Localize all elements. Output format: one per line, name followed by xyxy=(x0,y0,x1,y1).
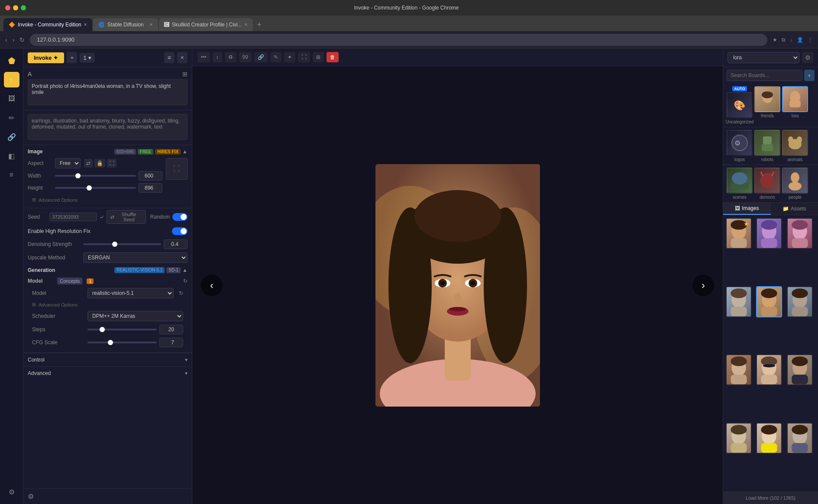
board-animals[interactable]: animals xyxy=(782,130,808,162)
seed-random-icon[interactable]: ⤾ xyxy=(100,214,104,220)
extensions-icon[interactable]: ⧉ xyxy=(782,37,786,43)
gallery-item-1[interactable]: ★ xyxy=(726,218,752,249)
sidebar-btn-brush[interactable]: ✏ xyxy=(4,110,19,126)
gallery-item-6[interactable] xyxy=(787,286,813,317)
board-friends[interactable]: friends xyxy=(754,86,780,124)
sidebar-btn-generate[interactable]: ⚡ xyxy=(4,72,19,87)
cfg-input[interactable] xyxy=(159,338,183,347)
toolbar-delete-btn[interactable]: 🗑 xyxy=(327,52,339,62)
toolbar-star-btn[interactable]: ✦ xyxy=(284,52,295,62)
board-auto[interactable]: AUTO 🎨 Uncategorized xyxy=(727,86,753,124)
tab-close-invoke[interactable]: × xyxy=(84,22,87,28)
invoke-close-btn[interactable]: × xyxy=(177,52,188,63)
load-more-btn[interactable]: Load More (102 / 1365) xyxy=(723,491,818,504)
sidebar-btn-queue[interactable]: ≡ xyxy=(4,167,19,183)
sidebar-btn-link[interactable]: 🔗 xyxy=(4,129,19,145)
positive-prompt-expand[interactable]: ⊞ xyxy=(182,71,188,78)
lora-select[interactable]: lora xyxy=(727,52,799,63)
forward-btn[interactable]: › xyxy=(13,36,15,43)
gallery-item-10[interactable] xyxy=(726,423,752,454)
sidebar-btn-image[interactable]: 🖼 xyxy=(4,91,19,107)
aspect-expand-btn[interactable]: ⛶ xyxy=(107,159,116,168)
height-slider[interactable] xyxy=(55,187,136,189)
address-input[interactable] xyxy=(30,34,767,46)
aspect-swap-btn[interactable]: ⇄ xyxy=(84,159,93,168)
toolbar-expand-btn[interactable]: ⛶ xyxy=(298,52,310,62)
tab-civitai[interactable]: 🅲 Skullkid Creator Profile | Civi... × xyxy=(159,18,253,31)
board-logos[interactable]: ⚙ logos xyxy=(727,130,753,162)
tab-close-sd[interactable]: × xyxy=(150,22,153,28)
profile-icon[interactable]: 👤 xyxy=(797,37,803,43)
control-section[interactable]: Control ▾ xyxy=(23,353,192,366)
upscale-select[interactable]: ESRGAN RealESRGAN xyxy=(83,252,188,263)
toolbar-number-btn[interactable]: 99 xyxy=(239,52,252,62)
chrome-close-btn[interactable] xyxy=(5,5,10,10)
invoke-add-btn[interactable]: + xyxy=(67,52,77,63)
sidebar-btn-logo[interactable] xyxy=(4,53,19,68)
model-refresh-icon[interactable]: ↻ xyxy=(183,278,188,284)
gallery-item-9[interactable] xyxy=(787,354,813,385)
download-icon[interactable]: ↓ xyxy=(790,37,792,43)
invoke-list-btn[interactable]: ≡ xyxy=(164,52,175,63)
gen-header[interactable]: Generation REALISTIC-VISION-5.1 SD-1 ▲ xyxy=(28,265,188,276)
model-info-icon[interactable]: ↻ xyxy=(179,290,183,296)
tab-stable-diffusion[interactable]: 🌀 Stable Diffusion × xyxy=(93,18,158,31)
advanced-options-gen[interactable]: ⊞ Advanced Options xyxy=(28,300,188,309)
next-image-btn[interactable]: › xyxy=(692,275,714,296)
sidebar-btn-settings[interactable]: ⚙ xyxy=(4,484,19,500)
refresh-btn[interactable]: ↻ xyxy=(19,36,25,43)
random-toggle[interactable] xyxy=(172,213,188,221)
gallery-item-12[interactable] xyxy=(787,423,813,454)
bookmark-icon[interactable]: ★ xyxy=(773,37,777,43)
right-panel-settings-btn[interactable]: ⚙ xyxy=(802,52,814,63)
toolbar-recycle-btn[interactable]: ♻ xyxy=(225,52,236,62)
menu-icon[interactable]: ⋮ xyxy=(808,37,813,43)
advanced-panel-section[interactable]: Advanced ▾ xyxy=(23,366,192,380)
chrome-min-btn[interactable] xyxy=(13,5,18,10)
board-people[interactable]: people xyxy=(782,168,808,200)
toolbar-pen-btn[interactable]: ✎ xyxy=(270,52,281,62)
prev-image-btn[interactable]: ‹ xyxy=(201,275,223,296)
width-slider[interactable] xyxy=(55,175,136,177)
gallery-item-2[interactable] xyxy=(756,218,782,249)
positive-prompt-input[interactable]: Portrait photo of l4riss4man0ela woman, … xyxy=(28,79,188,105)
width-input[interactable] xyxy=(139,171,162,181)
toolbar-move-btn[interactable]: ↕ xyxy=(213,52,222,62)
shuffle-seed-btn[interactable]: ⇄ Shuffle Seed xyxy=(107,210,146,224)
height-input[interactable] xyxy=(139,183,162,193)
search-boards-input[interactable] xyxy=(727,70,802,81)
new-tab-btn[interactable]: + xyxy=(254,19,265,31)
toolbar-more-btn[interactable]: ••• xyxy=(197,52,210,62)
hires-toggle[interactable] xyxy=(172,227,188,235)
gallery-item-11[interactable] xyxy=(756,423,782,454)
toolbar-link-btn[interactable]: 🔗 xyxy=(254,52,268,62)
tab-close-civitai[interactable]: × xyxy=(245,22,248,28)
gen-collapse[interactable]: ▲ xyxy=(182,267,188,273)
gallery-item-8[interactable] xyxy=(756,354,782,385)
board-lora[interactable]: lora xyxy=(782,86,808,124)
cfg-slider[interactable] xyxy=(87,342,157,343)
aspect-lock-btn[interactable]: 🔒 xyxy=(94,159,105,168)
canvas-preview[interactable]: ⛶ xyxy=(166,158,188,180)
denoising-slider[interactable] xyxy=(83,243,161,245)
gallery-assets-tab[interactable]: 📁 Assets xyxy=(771,203,818,215)
back-btn[interactable]: ‹ xyxy=(5,36,7,43)
advanced-options-image[interactable]: ⊞ Advanced Options xyxy=(28,195,188,204)
aspect-select[interactable]: Free 1:1 16:9 xyxy=(55,158,81,168)
gallery-images-tab[interactable]: 🖼 Images xyxy=(723,203,771,215)
gallery-item-4[interactable] xyxy=(726,286,752,317)
model-select[interactable]: realistic-vision-5.1 xyxy=(87,288,174,298)
bottom-settings-icon[interactable]: ⚙ xyxy=(28,493,34,500)
seed-input[interactable] xyxy=(49,213,97,221)
toolbar-grid-btn[interactable]: ⊞ xyxy=(313,52,324,62)
board-demons[interactable]: demons xyxy=(754,168,780,200)
board-scenes[interactable]: scenes xyxy=(727,168,753,200)
gallery-item-7[interactable] xyxy=(726,354,752,385)
steps-input[interactable] xyxy=(159,325,183,334)
negative-prompt-input[interactable]: earrings, illustration, bad anatomy, blu… xyxy=(28,114,188,140)
gallery-item-5[interactable] xyxy=(756,286,782,317)
add-board-btn[interactable]: + xyxy=(804,70,815,81)
tab-invoke[interactable]: 🔶 Invoke - Community Edition × xyxy=(3,18,92,31)
steps-slider[interactable] xyxy=(87,329,157,330)
scheduler-select[interactable]: DPM++ 2M Karras Euler DDIM xyxy=(87,311,183,321)
